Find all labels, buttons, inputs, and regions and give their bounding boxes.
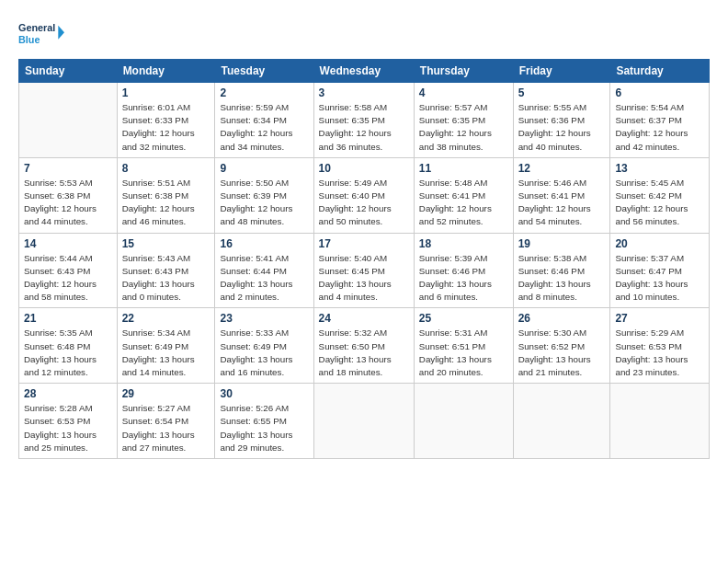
logo-svg: General Blue [18,15,64,52]
table-row: 20Sunrise: 5:37 AM Sunset: 6:47 PM Dayli… [610,233,710,308]
day-info: Sunrise: 5:57 AM Sunset: 6:35 PM Dayligh… [419,101,508,154]
day-number: 22 [122,312,210,325]
day-number: 14 [24,237,112,250]
day-number: 29 [122,387,210,400]
day-number: 4 [419,86,508,99]
day-info: Sunrise: 5:34 AM Sunset: 6:49 PM Dayligh… [122,327,210,379]
header-thursday: Thursday [414,60,513,83]
table-row: 4Sunrise: 5:57 AM Sunset: 6:35 PM Daylig… [414,83,513,158]
svg-marker-2 [58,26,64,40]
header-monday: Monday [117,60,215,83]
table-row: 5Sunrise: 5:55 AM Sunset: 6:36 PM Daylig… [513,83,610,158]
day-number: 9 [220,162,308,175]
table-row [313,384,414,459]
day-info: Sunrise: 5:30 AM Sunset: 6:52 PM Dayligh… [518,327,606,379]
day-info: Sunrise: 5:55 AM Sunset: 6:36 PM Dayligh… [518,101,606,154]
day-info: Sunrise: 5:44 AM Sunset: 6:43 PM Dayligh… [24,252,112,304]
day-info: Sunrise: 5:32 AM Sunset: 6:50 PM Dayligh… [319,327,409,379]
table-row [19,83,118,158]
day-info: Sunrise: 5:49 AM Sunset: 6:40 PM Dayligh… [319,177,409,229]
day-number: 13 [615,162,704,175]
table-row: 3Sunrise: 5:58 AM Sunset: 6:35 PM Daylig… [313,83,414,158]
day-info: Sunrise: 5:39 AM Sunset: 6:46 PM Dayligh… [419,252,508,304]
day-info: Sunrise: 5:46 AM Sunset: 6:41 PM Dayligh… [518,177,606,229]
day-number: 6 [615,86,704,99]
table-row: 11Sunrise: 5:48 AM Sunset: 6:41 PM Dayli… [414,157,513,233]
day-number: 30 [220,387,308,400]
day-number: 18 [419,237,508,250]
header-wednesday: Wednesday [313,60,414,83]
table-row: 9Sunrise: 5:50 AM Sunset: 6:39 PM Daylig… [215,157,313,233]
day-number: 24 [319,312,409,325]
table-row [610,384,710,459]
table-row: 22Sunrise: 5:34 AM Sunset: 6:49 PM Dayli… [117,308,215,384]
header-sunday: Sunday [19,60,118,83]
table-row: 13Sunrise: 5:45 AM Sunset: 6:42 PM Dayli… [610,157,710,233]
page-container: General Blue Sunday Monday Tuesday Wedne… [0,0,728,468]
table-row: 12Sunrise: 5:46 AM Sunset: 6:41 PM Dayli… [513,157,610,233]
day-number: 28 [24,387,112,400]
table-row: 26Sunrise: 5:30 AM Sunset: 6:52 PM Dayli… [513,308,610,384]
day-number: 3 [319,86,409,99]
day-info: Sunrise: 5:40 AM Sunset: 6:45 PM Dayligh… [319,252,409,304]
table-row: 2Sunrise: 5:59 AM Sunset: 6:34 PM Daylig… [215,83,313,158]
table-row: 21Sunrise: 5:35 AM Sunset: 6:48 PM Dayli… [19,308,118,384]
table-row: 29Sunrise: 5:27 AM Sunset: 6:54 PM Dayli… [117,384,215,459]
calendar-table: Sunday Monday Tuesday Wednesday Thursday… [18,59,710,459]
table-row: 10Sunrise: 5:49 AM Sunset: 6:40 PM Dayli… [313,157,414,233]
day-number: 27 [615,312,704,325]
day-info: Sunrise: 5:37 AM Sunset: 6:47 PM Dayligh… [615,252,704,304]
table-row: 24Sunrise: 5:32 AM Sunset: 6:50 PM Dayli… [313,308,414,384]
table-row [414,384,513,459]
day-info: Sunrise: 5:38 AM Sunset: 6:46 PM Dayligh… [518,252,606,304]
day-info: Sunrise: 5:58 AM Sunset: 6:35 PM Dayligh… [319,101,409,154]
day-info: Sunrise: 5:51 AM Sunset: 6:38 PM Dayligh… [122,177,210,229]
day-number: 17 [319,237,409,250]
table-row: 28Sunrise: 5:28 AM Sunset: 6:53 PM Dayli… [19,384,118,459]
day-info: Sunrise: 5:54 AM Sunset: 6:37 PM Dayligh… [615,101,704,154]
header-tuesday: Tuesday [215,60,313,83]
day-info: Sunrise: 5:29 AM Sunset: 6:53 PM Dayligh… [615,327,704,379]
day-info: Sunrise: 5:43 AM Sunset: 6:43 PM Dayligh… [122,252,210,304]
logo: General Blue [18,15,64,52]
day-number: 8 [122,162,210,175]
day-info: Sunrise: 5:33 AM Sunset: 6:49 PM Dayligh… [220,327,308,379]
day-number: 15 [122,237,210,250]
day-number: 7 [24,162,112,175]
table-row: 8Sunrise: 5:51 AM Sunset: 6:38 PM Daylig… [117,157,215,233]
table-row: 15Sunrise: 5:43 AM Sunset: 6:43 PM Dayli… [117,233,215,308]
day-info: Sunrise: 5:50 AM Sunset: 6:39 PM Dayligh… [220,177,308,229]
header: General Blue [18,15,710,52]
day-number: 2 [220,86,308,99]
day-number: 20 [615,237,704,250]
day-info: Sunrise: 5:35 AM Sunset: 6:48 PM Dayligh… [24,327,112,379]
table-row: 1Sunrise: 6:01 AM Sunset: 6:33 PM Daylig… [117,83,215,158]
day-number: 10 [319,162,409,175]
day-number: 16 [220,237,308,250]
day-info: Sunrise: 5:45 AM Sunset: 6:42 PM Dayligh… [615,177,704,229]
day-number: 26 [518,312,606,325]
weekday-header-row: Sunday Monday Tuesday Wednesday Thursday… [19,60,710,83]
table-row: 16Sunrise: 5:41 AM Sunset: 6:44 PM Dayli… [215,233,313,308]
day-info: Sunrise: 5:59 AM Sunset: 6:34 PM Dayligh… [220,101,308,154]
day-number: 21 [24,312,112,325]
day-number: 5 [518,86,606,99]
day-info: Sunrise: 6:01 AM Sunset: 6:33 PM Dayligh… [122,101,210,154]
table-row: 7Sunrise: 5:53 AM Sunset: 6:38 PM Daylig… [19,157,118,233]
day-info: Sunrise: 5:41 AM Sunset: 6:44 PM Dayligh… [220,252,308,304]
day-number: 11 [419,162,508,175]
table-row: 25Sunrise: 5:31 AM Sunset: 6:51 PM Dayli… [414,308,513,384]
day-number: 23 [220,312,308,325]
day-number: 12 [518,162,606,175]
table-row: 27Sunrise: 5:29 AM Sunset: 6:53 PM Dayli… [610,308,710,384]
table-row: 30Sunrise: 5:26 AM Sunset: 6:55 PM Dayli… [215,384,313,459]
table-row: 6Sunrise: 5:54 AM Sunset: 6:37 PM Daylig… [610,83,710,158]
day-info: Sunrise: 5:26 AM Sunset: 6:55 PM Dayligh… [220,402,308,454]
header-saturday: Saturday [610,60,710,83]
table-row: 19Sunrise: 5:38 AM Sunset: 6:46 PM Dayli… [513,233,610,308]
table-row: 17Sunrise: 5:40 AM Sunset: 6:45 PM Dayli… [313,233,414,308]
day-info: Sunrise: 5:48 AM Sunset: 6:41 PM Dayligh… [419,177,508,229]
svg-text:Blue: Blue [18,34,40,45]
day-info: Sunrise: 5:53 AM Sunset: 6:38 PM Dayligh… [24,177,112,229]
day-info: Sunrise: 5:28 AM Sunset: 6:53 PM Dayligh… [24,402,112,454]
